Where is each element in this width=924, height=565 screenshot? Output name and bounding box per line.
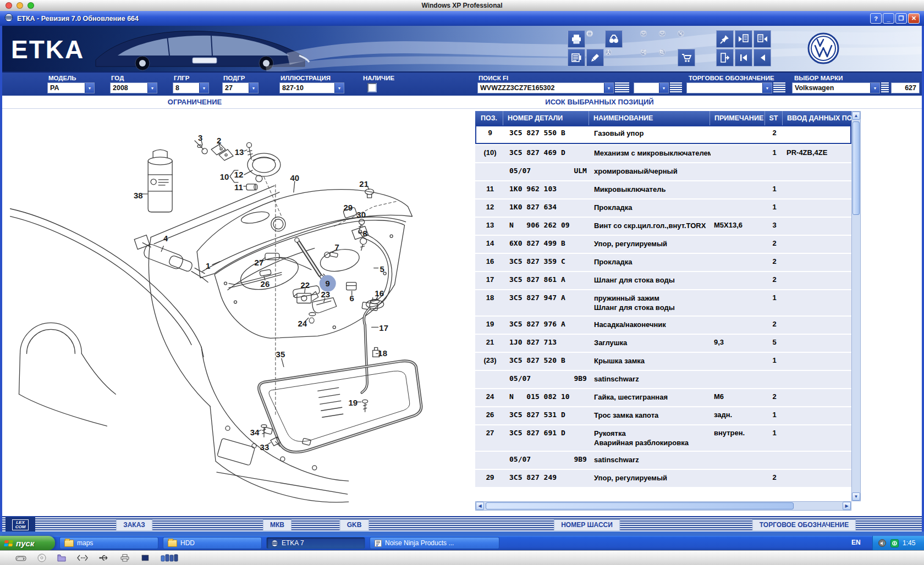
diagram-callout[interactable]: 7 xyxy=(335,242,339,252)
diagram-callout[interactable]: 22 xyxy=(301,280,310,290)
diagram-callout[interactable]: 27 xyxy=(255,258,264,267)
diagram-callout[interactable]: 2 xyxy=(217,136,221,145)
hdd-status-icon[interactable] xyxy=(15,554,26,562)
terminal-icon[interactable] xyxy=(640,49,647,56)
scroll-up-icon[interactable]: ▲ xyxy=(852,112,860,120)
year-select[interactable]: 2008▼ xyxy=(110,82,157,93)
shared-folder-icon[interactable] xyxy=(57,554,66,562)
first-page-icon[interactable] xyxy=(735,49,752,67)
diagram-callout[interactable]: 1 xyxy=(206,261,210,270)
diagram-callout[interactable]: 30 xyxy=(356,210,366,219)
sub-group-select[interactable]: 27▼ xyxy=(222,82,258,93)
illustration-select[interactable]: 827-10▼ xyxy=(279,82,344,93)
secondary-input[interactable]: ▼ xyxy=(634,82,669,93)
diagram-callout[interactable]: 38 xyxy=(134,191,143,200)
scroll-right-icon[interactable]: ▶ xyxy=(843,502,851,510)
table-row[interactable]: (10)3C5 827 469 DМеханизм с микровыключа… xyxy=(475,145,851,162)
fi-search-input[interactable]: WVWZZZ3CZ7E165302▼ xyxy=(477,82,614,93)
trade-name-select[interactable]: ▼ xyxy=(686,82,772,93)
elsa-icon[interactable]: ELSA xyxy=(640,30,647,37)
cpu-activity-icon[interactable] xyxy=(161,554,179,562)
table-row[interactable]: 05/07 9B9satinschwarz xyxy=(475,452,851,469)
diagram-callout[interactable]: 17 xyxy=(379,323,388,333)
table-row[interactable]: 05/07 ULMхромированый/черный xyxy=(475,163,851,180)
memory-status-icon[interactable] xyxy=(141,554,150,562)
minimize-button[interactable]: _ xyxy=(883,13,894,24)
diagram-callout[interactable]: 4 xyxy=(163,234,168,243)
diagram-callout[interactable]: 35 xyxy=(276,350,285,359)
table-row[interactable]: (23)3C5 827 520 BКрышка замка1 xyxy=(475,353,851,370)
help-button[interactable]: ? xyxy=(870,13,882,24)
vertical-scrollbar[interactable]: ▲ ▼ xyxy=(851,111,861,501)
diagram-callout[interactable]: 5 xyxy=(380,264,384,274)
taskbar-item-maps[interactable]: maps xyxy=(59,537,158,549)
xp-titlebar[interactable]: ЕТКА - Ревизия 7.0 Обновление 664 ? _ ❐ … xyxy=(0,11,924,26)
diagram-callout[interactable]: 29 xyxy=(343,203,353,212)
volume-icon[interactable] xyxy=(878,539,887,547)
taskbar-item-hdd[interactable]: HDD xyxy=(163,537,262,549)
diagram-callout[interactable]: 24 xyxy=(298,319,307,328)
next-doc-icon[interactable] xyxy=(754,30,771,48)
mkb-button[interactable]: МКВ xyxy=(263,519,292,531)
pin-icon[interactable] xyxy=(716,30,734,48)
language-indicator[interactable]: EN xyxy=(851,539,861,546)
main-group-select[interactable]: 8▼ xyxy=(173,82,209,93)
diagram-callout[interactable]: 33 xyxy=(260,442,270,452)
col-name[interactable]: НАИМЕНОВАНИЕ xyxy=(588,111,710,125)
gkb-button[interactable]: GKB xyxy=(340,519,369,531)
search-binoculars-icon[interactable] xyxy=(605,30,623,48)
maximize-button[interactable]: ❐ xyxy=(895,13,907,24)
diagram-callout[interactable]: 11 xyxy=(234,182,243,192)
table-row[interactable]: 183C5 827 947 Aпружинный зажимШланг для … xyxy=(475,290,851,315)
wishbone-icon[interactable] xyxy=(605,49,612,56)
brand-select[interactable]: Volkswagen▼ xyxy=(792,82,880,93)
diagram-callout[interactable]: 12 xyxy=(234,170,244,179)
depot-icon[interactable]: DEPOT xyxy=(659,30,666,37)
table-row[interactable]: 24N 015 082 10Гайка, шестиграннаяM62 xyxy=(475,389,851,406)
diagram-callout[interactable]: 34 xyxy=(250,428,260,437)
table-row[interactable]: 211J0 827 713Заглушка9,35 xyxy=(475,335,851,352)
table-row[interactable]: 146X0 827 499 BУпор, регулируемый2 xyxy=(475,236,851,253)
exit-icon[interactable] xyxy=(716,49,734,67)
parts-diagram[interactable]: 1234567891011121316171819212223242627293… xyxy=(7,109,471,516)
diagram-callout[interactable]: 13 xyxy=(235,147,244,157)
trade-name-button[interactable]: ТОРГОВОЕ ОБОЗНАЧЕНИЕ xyxy=(752,519,856,531)
model-select[interactable]: PA▼ xyxy=(47,82,95,93)
diagram-callout[interactable]: 26 xyxy=(261,279,270,289)
taskbar-item-etka[interactable]: ETKA 7 xyxy=(266,537,365,549)
diagram-callout[interactable]: 8 xyxy=(363,229,367,238)
print-icon[interactable] xyxy=(568,30,585,48)
col-part-number[interactable]: НОМЕР ДЕТАЛИ xyxy=(503,111,588,125)
cd-status-icon[interactable] xyxy=(37,553,46,562)
report-list-icon[interactable] xyxy=(568,49,585,67)
diagram-callout[interactable]: 6 xyxy=(350,293,354,303)
diagram-callout[interactable]: 3 xyxy=(198,133,202,142)
table-row[interactable]: 111K0 962 103Микровыключатель1 xyxy=(475,181,851,198)
prev-doc-icon[interactable] xyxy=(735,30,752,48)
usb-status-icon[interactable] xyxy=(99,555,109,561)
diagram-callout[interactable]: 40 xyxy=(290,173,300,182)
table-row[interactable]: 293C5 827 249Упор, регулируемый2 xyxy=(475,470,851,487)
diagram-callout[interactable]: 23 xyxy=(321,290,330,299)
cart-icon[interactable] xyxy=(678,49,695,67)
start-button[interactable]: пуск xyxy=(0,536,55,550)
diagram-callout[interactable]: 9 xyxy=(326,279,330,288)
col-note[interactable]: ПРИМЕЧАНИЕ xyxy=(710,111,765,125)
scroll-down-icon[interactable]: ▼ xyxy=(852,492,860,501)
vertical-scroll-thumb[interactable] xyxy=(853,121,860,215)
table-row[interactable]: 273C5 827 691 DРукояткаАварийная разблок… xyxy=(475,425,851,451)
tray-app-icon[interactable] xyxy=(890,539,899,547)
back-icon[interactable] xyxy=(754,49,771,67)
carts-icon[interactable] xyxy=(678,30,684,37)
col-st[interactable]: ST xyxy=(765,111,782,125)
docs-car-icon[interactable] xyxy=(659,49,666,56)
scroll-left-icon[interactable]: ◀ xyxy=(476,502,484,510)
table-row[interactable]: 263C5 827 531 DТрос замка капотазадн.1 xyxy=(475,407,851,424)
close-button[interactable]: ✕ xyxy=(908,13,920,24)
order-button[interactable]: ЗАКАЗ xyxy=(116,519,152,531)
diagram-callout[interactable]: 16 xyxy=(375,289,384,298)
col-data-entry[interactable]: ВВОД ДАННЫХ ПО xyxy=(782,111,851,125)
diagram-callout[interactable]: 21 xyxy=(359,179,369,189)
table-row[interactable]: 121K0 827 634Прокладка1 xyxy=(475,200,851,217)
diagram-callout[interactable]: 19 xyxy=(348,398,358,407)
